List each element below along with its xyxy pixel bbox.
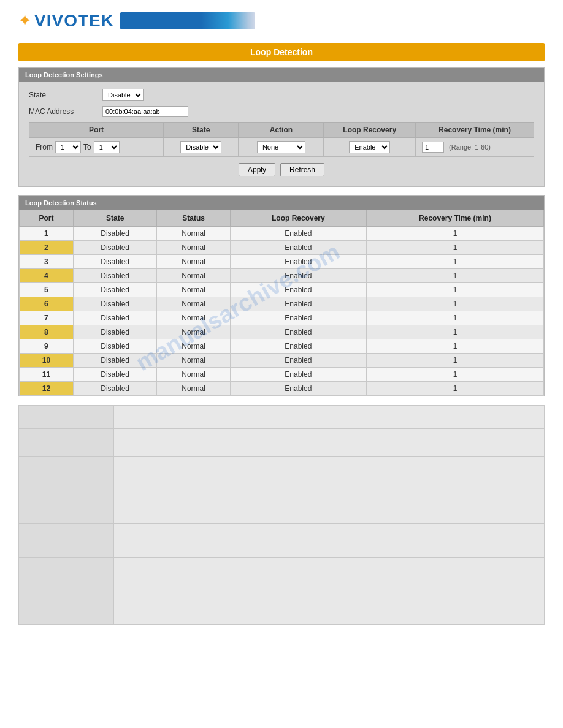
mac-field-row: MAC Address: [29, 106, 534, 117]
bottom-row-2: [19, 429, 545, 457]
status-state: Disabled: [73, 241, 157, 255]
port-range-controls: From 1234 5678 9101112 To 1234: [36, 141, 157, 153]
status-recovery-time: 1: [366, 283, 543, 297]
bottom-table: [18, 405, 545, 625]
bottom-cell-port-2: [19, 429, 114, 457]
bottom-cell-rest-4: [114, 490, 545, 524]
col-header-recovery-time: Recovery Time (min): [416, 123, 534, 138]
logo-text: ✦ VIVOTEK: [18, 11, 114, 31]
status-row: 10DisabledNormalEnabled1: [20, 354, 544, 368]
recovery-time-hint: (Range: 1-60): [449, 143, 491, 151]
status-recovery-time: 1: [366, 269, 543, 283]
state-label: State: [29, 91, 102, 99]
status-loop-recovery: Enabled: [230, 382, 366, 396]
status-loop-recovery: Enabled: [230, 325, 366, 339]
port-from-select[interactable]: 1234 5678 9101112: [55, 141, 81, 153]
status-status: Normal: [157, 283, 230, 297]
recovery-time-cell: (Range: 1-60): [416, 138, 534, 157]
status-port-num: 9: [20, 339, 74, 354]
status-status: Normal: [157, 354, 230, 368]
status-status: Normal: [157, 255, 230, 269]
recovery-time-controls: (Range: 1-60): [422, 142, 527, 153]
action-select-cell: None Shutdown: [239, 138, 324, 157]
status-port-num: 4: [20, 269, 74, 283]
to-label: To: [83, 143, 91, 151]
status-table: Port State Status Loop Recovery Recovery…: [19, 210, 544, 396]
refresh-button[interactable]: Refresh: [280, 163, 324, 176]
status-state: Disabled: [73, 382, 157, 396]
settings-section-header: Loop Detection Settings: [19, 68, 544, 82]
status-recovery-time: 1: [366, 227, 543, 241]
status-state: Disabled: [73, 339, 157, 354]
status-state: Disabled: [73, 227, 157, 241]
status-port-num: 12: [20, 382, 74, 396]
apply-button[interactable]: Apply: [239, 163, 275, 176]
status-row: 2DisabledNormalEnabled1: [20, 241, 544, 255]
status-recovery-time: 1: [366, 297, 543, 311]
bottom-row-7: [19, 591, 545, 625]
state-select[interactable]: Disable Enable: [102, 89, 144, 101]
bottom-cell-rest-5: [114, 524, 545, 558]
header: ✦ VIVOTEK: [0, 0, 563, 37]
status-port-num: 10: [20, 354, 74, 368]
status-col-loop-recovery: Loop Recovery: [230, 210, 366, 227]
page-title: Loop Detection: [18, 43, 545, 61]
status-col-state: State: [73, 210, 157, 227]
bottom-cell-port-4: [19, 490, 114, 524]
status-row: 3DisabledNormalEnabled1: [20, 255, 544, 269]
status-state: Disabled: [73, 269, 157, 283]
status-status: Normal: [157, 241, 230, 255]
status-loop-recovery: Enabled: [230, 339, 366, 354]
status-row: 7DisabledNormalEnabled1: [20, 311, 544, 325]
status-port-num: 2: [20, 241, 74, 255]
port-range-cell: From 1234 5678 9101112 To 1234: [29, 138, 164, 157]
action-select[interactable]: None Shutdown: [257, 141, 305, 153]
bottom-cell-port-6: [19, 558, 114, 591]
col-header-port: Port: [29, 123, 164, 138]
state-select-cell: Disable Enable: [164, 138, 239, 157]
recovery-time-input[interactable]: [422, 142, 444, 153]
status-port-num: 6: [20, 297, 74, 311]
bottom-cell-port-7: [19, 591, 114, 625]
status-status: Normal: [157, 269, 230, 283]
status-port-num: 3: [20, 255, 74, 269]
status-col-recovery-time: Recovery Time (min): [366, 210, 543, 227]
status-row: 12DisabledNormalEnabled1: [20, 382, 544, 396]
port-to-select[interactable]: 1234 5678 9101112: [94, 141, 120, 153]
status-section-body: Port State Status Loop Recovery Recovery…: [19, 210, 544, 396]
state-select-wrapper: Disable Enable: [102, 89, 144, 101]
bottom-row-6: [19, 558, 545, 591]
status-port-num: 8: [20, 325, 74, 339]
status-row: 8DisabledNormalEnabled1: [20, 325, 544, 339]
status-loop-recovery: Enabled: [230, 241, 366, 255]
status-state: Disabled: [73, 255, 157, 269]
button-row: Apply Refresh: [29, 163, 534, 176]
loop-recovery-cell: Enable Disable: [324, 138, 416, 157]
status-recovery-time: 1: [366, 368, 543, 382]
mac-input[interactable]: [102, 106, 188, 117]
status-state: Disabled: [73, 368, 157, 382]
state-field-row: State Disable Enable: [29, 89, 534, 101]
status-row: 1DisabledNormalEnabled1: [20, 227, 544, 241]
bottom-row-1: [19, 406, 545, 429]
logo-area: ✦ VIVOTEK: [18, 11, 255, 31]
status-recovery-time: 1: [366, 354, 543, 368]
logo-name: VIVOTEK: [34, 11, 114, 31]
status-state: Disabled: [73, 297, 157, 311]
status-row: 9DisabledNormalEnabled1: [20, 339, 544, 354]
status-loop-recovery: Enabled: [230, 283, 366, 297]
status-section: Loop Detection Status Port State Status …: [18, 195, 545, 396]
status-port-num: 7: [20, 311, 74, 325]
col-header-state: State: [164, 123, 239, 138]
loop-recovery-select[interactable]: Enable Disable: [349, 141, 390, 153]
mac-label: MAC Address: [29, 107, 102, 116]
status-state: Disabled: [73, 283, 157, 297]
status-loop-recovery: Enabled: [230, 368, 366, 382]
mac-value-wrapper: [102, 106, 188, 117]
row-state-select[interactable]: Disable Enable: [180, 141, 221, 153]
status-col-port: Port: [20, 210, 74, 227]
status-row: 6DisabledNormalEnabled1: [20, 297, 544, 311]
status-loop-recovery: Enabled: [230, 255, 366, 269]
status-status: Normal: [157, 382, 230, 396]
status-port-num: 11: [20, 368, 74, 382]
